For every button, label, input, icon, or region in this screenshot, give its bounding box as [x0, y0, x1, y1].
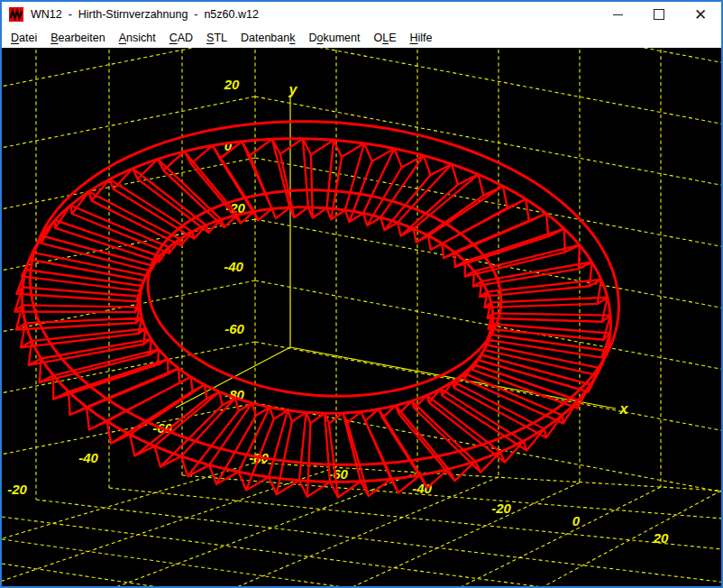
x-axis-label: x [619, 401, 629, 417]
window-title: WN12 - Hirth-Stirnverzahnung - n5z60.w12 [31, 8, 597, 21]
z-axis-tick: -40 [78, 450, 98, 465]
close-button[interactable]: ✕ [680, 2, 721, 27]
x-axis-tick: 0 [572, 513, 581, 528]
y-axis-label: y [288, 82, 298, 97]
3d-viewport[interactable]: 200-20-40-60-80-80-60-40-20020-60-40-20y… [2, 48, 721, 586]
menu-item-ole[interactable]: OLE [371, 30, 398, 46]
window-controls: ✕ [597, 2, 721, 27]
app-window: WN12 - Hirth-Stirnverzahnung - n5z60.w12… [0, 0, 723, 588]
menu-item-ansicht[interactable]: Ansicht [117, 30, 158, 46]
menu-item-hilfe[interactable]: Hilfe [407, 30, 434, 46]
z-axis-tick: -20 [7, 482, 27, 497]
x-axis-tick: 20 [653, 530, 669, 546]
menu-item-dokument[interactable]: Dokument [307, 30, 362, 46]
y-axis-tick: -60 [224, 321, 244, 336]
app-icon [9, 7, 23, 22]
menu-item-cad[interactable]: CAD [168, 30, 195, 46]
menu-item-bearbeiten[interactable]: Bearbeiten [49, 30, 106, 46]
x-axis-tick: -20 [491, 501, 511, 516]
minimize-button[interactable] [597, 2, 638, 27]
minimize-icon [613, 14, 623, 15]
x-axis-tick: -60 [328, 466, 348, 482]
maximize-button[interactable] [638, 2, 680, 27]
y-axis-tick: -40 [224, 259, 243, 274]
maximize-icon [654, 9, 664, 20]
menu-item-datenbank[interactable]: Datenbank [239, 30, 297, 46]
close-icon: ✕ [694, 7, 707, 23]
y-axis-tick: 20 [224, 77, 240, 92]
menubar: DateiBearbeitenAnsichtCADSTLDatenbankDok… [2, 27, 721, 48]
menu-item-datei[interactable]: Datei [9, 30, 39, 46]
menu-item-stl[interactable]: STL [205, 30, 229, 46]
x-axis-tick: -40 [412, 481, 432, 496]
scene-canvas: 200-20-40-60-80-80-60-40-20020-60-40-20y… [2, 48, 721, 586]
window-titlebar[interactable]: WN12 - Hirth-Stirnverzahnung - n5z60.w12… [2, 2, 721, 27]
